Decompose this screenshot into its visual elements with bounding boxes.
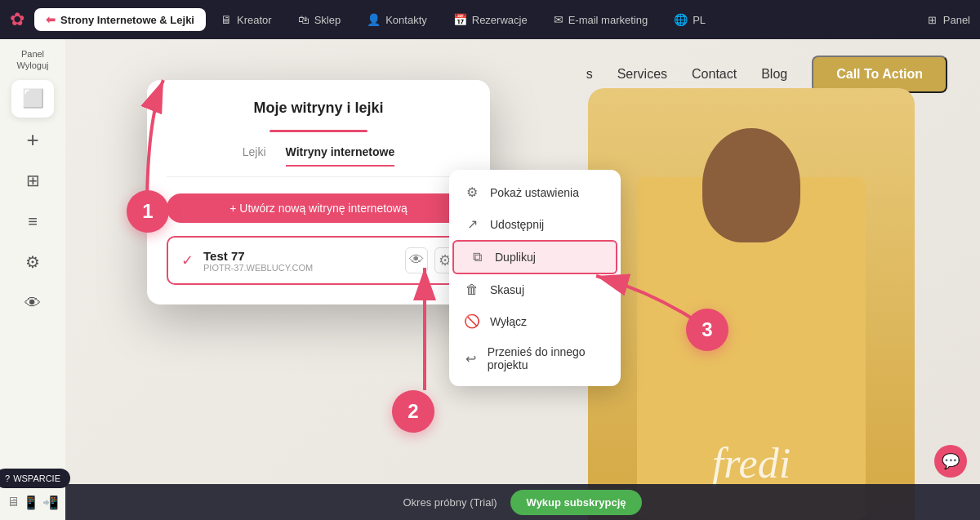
context-duplicate[interactable]: ⧉ Duplikuj (452, 240, 617, 274)
chat-icon: 💬 (942, 452, 960, 470)
step-3-number: 3 (702, 318, 712, 341)
sidebar-item-blocks[interactable]: ⊞ (11, 162, 54, 199)
tab-witryny[interactable]: Witryny internetowe (286, 145, 395, 167)
preview-nav-blog: Blog (761, 67, 787, 82)
nav-kontakty-label: Kontakty (385, 14, 427, 26)
settings-menu-icon: ⚙ (464, 184, 480, 200)
sidebar-item-pages[interactable]: ⬜ (11, 80, 54, 118)
check-icon: ✓ (181, 251, 194, 269)
sidebar-item-preview[interactable]: 👁 (11, 284, 54, 322)
woman-head (702, 128, 800, 242)
desktop-icon[interactable]: 🖥 (7, 495, 20, 510)
email-icon: ✉ (554, 13, 564, 26)
context-move[interactable]: ↩ Przenieś do innego projektu (449, 337, 621, 380)
context-disable[interactable]: 🚫 Wyłącz (449, 305, 621, 337)
panel-text: Panel (21, 49, 44, 59)
sidebar-item-add[interactable]: + (11, 121, 54, 158)
top-navigation: ✿ ⬅ Strony Internetowe & Lejki 🖥 Kreator… (0, 0, 980, 39)
chat-bubble-button[interactable]: 💬 (934, 445, 967, 478)
website-actions: 👁 ⚙ (405, 247, 456, 273)
context-show-settings[interactable]: ⚙ Pokaż ustawienia (449, 176, 621, 208)
nav-kontakty[interactable]: 👤 Kontakty (355, 8, 439, 31)
sidebar-header: Panel Wyloguj (16, 49, 48, 70)
nav-strony[interactable]: ⬅ Strony Internetowe & Lejki (34, 8, 206, 31)
step-1-circle: 1 (127, 190, 169, 233)
website-list-item: ✓ Test 77 PIOTR-37.WEBLUCY.COM 👁 ⚙ (167, 236, 470, 285)
trial-text: Okres próbny (Trial) (403, 496, 497, 509)
sidebar-item-settings[interactable]: ⚙ (11, 243, 54, 281)
kontakty-icon: 👤 (367, 13, 381, 26)
step-2-number: 2 (408, 400, 418, 423)
panel-icon: ⊞ (928, 14, 937, 26)
strony-icon: ⬅ (46, 13, 56, 26)
preview-nav-services: Services (617, 67, 667, 82)
support-button[interactable]: ? WSPARCIE (0, 469, 70, 488)
website-info: Test 77 PIOTR-37.WEBLUCY.COM (203, 249, 395, 273)
logo-icon[interactable]: ✿ (10, 9, 24, 30)
duplicate-icon: ⧉ (469, 250, 485, 264)
context-settings-label: Pokaż ustawienia (490, 186, 579, 199)
add-icon: + (26, 127, 38, 153)
context-delete[interactable]: 🗑 Skasuj (449, 274, 621, 305)
step-2-circle: 2 (392, 390, 434, 433)
nav-rezerwacje-label: Rezerwacje (472, 14, 528, 26)
website-url: PIOTR-37.WEBLUCY.COM (203, 263, 395, 273)
context-move-label: Przenieś do innego projektu (488, 345, 606, 371)
context-disable-label: Wyłącz (490, 315, 527, 328)
kreator-icon: 🖥 (220, 13, 232, 26)
share-icon: ↗ (464, 216, 480, 232)
move-icon: ↩ (464, 351, 478, 367)
sklep-icon: 🛍 (298, 13, 310, 26)
website-name: Test 77 (203, 249, 395, 263)
nav-lang-label: PL (693, 14, 706, 26)
modal-title-underline (270, 130, 368, 132)
context-menu: ⚙ Pokaż ustawienia ↗ Udostępnij ⧉ Duplik… (449, 170, 621, 386)
preview-woman-image: fredi (588, 88, 915, 520)
context-duplicate-label: Duplikuj (495, 251, 536, 264)
main-content: s Services Contact Blog Call To Action f… (65, 39, 980, 520)
nav-sklep[interactable]: 🛍 Sklep (287, 8, 353, 31)
tab-lejki[interactable]: Lejki (243, 145, 266, 167)
blocks-icon: ⊞ (26, 171, 40, 190)
pages-icon: ⬜ (22, 88, 44, 109)
nav-email-label: E-mail marketing (568, 14, 648, 26)
woman-figure: fredi (637, 177, 866, 520)
sidebar-item-menu[interactable]: ≡ (11, 202, 54, 240)
preview-nav-contact: Contact (692, 67, 737, 82)
menu-icon: ≡ (28, 212, 38, 231)
trial-bar: Okres próbny (Trial) Wykup subskrypcję (65, 484, 980, 520)
subscribe-button[interactable]: Wykup subskrypcję (510, 490, 643, 515)
context-delete-label: Skasuj (490, 283, 524, 296)
create-website-button[interactable]: + Utwórz nową witrynę internetową (167, 193, 470, 223)
step-1-number: 1 (142, 200, 153, 223)
left-sidebar: Panel Wyloguj ⬜ + ⊞ ≡ ⚙ 👁 ? WSPARCIE 🖥 📱… (0, 39, 65, 520)
preview-nav-s: s (586, 67, 593, 82)
rezerwacje-icon: 📅 (453, 13, 467, 26)
nav-email[interactable]: ✉ E-mail marketing (542, 8, 660, 31)
context-share[interactable]: ↗ Udostępnij (449, 208, 621, 240)
tablet-icon[interactable]: 📱 (23, 495, 39, 510)
disable-icon: 🚫 (464, 313, 480, 329)
view-icon[interactable]: 👁 (405, 247, 428, 273)
preview-icon: 👁 (24, 294, 41, 313)
modal-title: Moje witryny i lejki (167, 100, 470, 117)
nav-rezerwacje[interactable]: 📅 Rezerwacje (442, 8, 539, 31)
lang-icon: 🌐 (674, 13, 688, 26)
support-label: WSPARCIE (13, 473, 60, 483)
nav-sklep-label: Sklep (314, 14, 341, 26)
modal-tabs: Lejki Witryny internetowe (167, 145, 470, 177)
nav-kreator[interactable]: 🖥 Kreator (209, 8, 283, 31)
nav-lang[interactable]: 🌐 PL (662, 8, 717, 31)
context-share-label: Udostępnij (490, 218, 544, 231)
logout-text: Wyloguj (16, 60, 48, 70)
settings-icon: ⚙ (25, 252, 40, 272)
nav-strony-label: Strony Internetowe & Lejki (60, 14, 194, 26)
question-icon: ? (5, 473, 10, 483)
mobile-icon[interactable]: 📲 (42, 495, 59, 510)
device-switcher[interactable]: 🖥 📱 📲 (7, 495, 59, 510)
panel-button[interactable]: ⊞ Panel (928, 14, 970, 26)
panel-label: Panel (943, 14, 970, 26)
sidebar-bottom: ? WSPARCIE 🖥 📱 📲 (0, 469, 70, 510)
nav-kreator-label: Kreator (237, 14, 272, 26)
modal-panel: Moje witryny i lejki Lejki Witryny inter… (147, 80, 490, 304)
